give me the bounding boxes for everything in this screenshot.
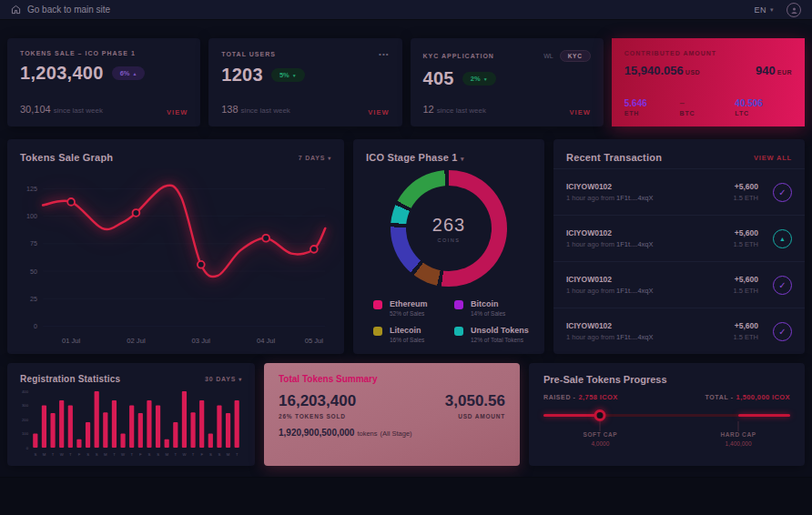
svg-text:S: S — [148, 452, 151, 457]
delta-note: since last week — [241, 106, 290, 115]
usd-amount: 15,940.056 — [624, 64, 684, 77]
registration-bar-chart: 0100200300400SMTWTFSSMTWTFSSMTWTFSSMT — [7, 386, 255, 459]
slider-handle[interactable] — [594, 409, 606, 421]
card-tokens-sale: TOKENS SALE – ICO PHASE 1 1,203,400 6%▲ … — [7, 38, 200, 126]
legend-bitcoin: Bitcoin14% of Sales — [454, 299, 530, 317]
ltc-amount: 40.506 LTC — [735, 98, 790, 116]
svg-text:M: M — [227, 452, 230, 457]
svg-text:400: 400 — [22, 389, 29, 394]
tokens-sale-line-chart: 025507510012501 Jul02 Jul03 Jul04 Jul05 … — [7, 168, 344, 350]
status-arrow-up-icon: ▲ — [773, 229, 792, 248]
tokens-sold-value: 16,203,400 — [279, 392, 356, 410]
ico-stage-donut-chart: 263 COINS — [391, 170, 507, 287]
svg-text:W: W — [182, 452, 187, 457]
status-check-icon: ✓ — [773, 183, 792, 202]
progress-slider[interactable] — [543, 409, 790, 421]
svg-text:S: S — [96, 452, 98, 457]
chevron-down-icon: ▾ — [239, 377, 242, 382]
svg-text:S: S — [209, 452, 212, 457]
range-dropdown[interactable]: 7 DAYS▾ — [299, 155, 331, 161]
card-total-users: TOTAL USERS ••• 1203 5%▼ 138since last w… — [208, 38, 401, 126]
svg-text:04 Jul: 04 Jul — [257, 337, 276, 345]
stat-cards-row: TOKENS SALE – ICO PHASE 1 1,203,400 6%▲ … — [7, 38, 805, 126]
menu-dots-icon[interactable]: ••• — [379, 50, 389, 58]
legend-ethereum: Ethereum52% of Sales — [373, 299, 449, 317]
wl-toggle[interactable]: WL — [543, 53, 553, 59]
svg-text:02 Jul: 02 Jul — [127, 337, 146, 345]
legend-unsold-tokens: Unsold Tokens12% of Total Tokens — [454, 326, 530, 343]
back-to-main-site-link[interactable]: Go back to main site — [11, 5, 110, 15]
tokens-sale-graph-panel: Tokens Sale Graph 7 DAYS▾ 02550751001250… — [7, 139, 344, 354]
svg-text:M: M — [43, 452, 46, 457]
view-all-button[interactable]: VIEW ALL — [754, 154, 792, 162]
panel-title: Tokens Sale Graph — [20, 152, 113, 163]
triangle-up-icon: ▲ — [133, 71, 137, 76]
trend-badge: 2%▼ — [462, 72, 496, 86]
transaction-row[interactable]: ICIYOW0102 1 hour ago from 1F1t....4xqX … — [553, 168, 805, 215]
language-selector[interactable]: EN ▾ — [754, 5, 774, 15]
svg-text:05 Jul: 05 Jul — [305, 337, 324, 345]
presale-progress-panel: Pre-Sale Tokens Progress RAISED -2,758 I… — [529, 363, 805, 466]
chevron-down-icon: ▾ — [328, 156, 331, 161]
svg-text:03 Jul: 03 Jul — [192, 337, 211, 345]
delta-value: 12 — [423, 104, 434, 115]
trend-badge: 6%▲ — [112, 66, 146, 80]
range-dropdown[interactable]: 30 DAYS▾ — [205, 376, 242, 382]
card-title: KYC APPLICATION — [423, 53, 494, 59]
hard-cap-tick — [738, 421, 739, 431]
svg-text:M: M — [165, 452, 168, 457]
panel-title: Registration Statistics — [20, 374, 120, 384]
recent-transaction-panel: Recent Transaction VIEW ALL ICIYOW0102 1… — [553, 139, 805, 354]
svg-text:0: 0 — [26, 446, 29, 450]
svg-text:300: 300 — [22, 403, 29, 408]
triangle-down-icon: ▼ — [292, 73, 297, 78]
status-check-icon: ✓ — [773, 276, 792, 295]
soft-cap-tick — [600, 421, 601, 431]
total-tokens-summary-card: Total Tokens Summary 16,203,400 26% TOKE… — [264, 363, 520, 466]
svg-text:S: S — [157, 452, 159, 457]
panel-title[interactable]: ICO Stage Phase 1 ▾ — [366, 152, 464, 163]
svg-text:100: 100 — [22, 431, 29, 436]
svg-text:F: F — [78, 452, 81, 457]
card-title: TOTAL USERS — [221, 51, 276, 57]
svg-text:125: 125 — [26, 186, 37, 193]
svg-text:W: W — [121, 452, 126, 457]
legend-litecoin: Litecoin16% of Sales — [373, 326, 449, 343]
svg-text:T: T — [69, 452, 72, 457]
legend-swatch — [373, 327, 382, 336]
panel-title: Recent Transaction — [566, 152, 662, 163]
slider-fill-hard — [738, 414, 790, 417]
svg-text:T: T — [113, 452, 116, 457]
svg-text:0: 0 — [34, 323, 37, 330]
chevron-down-icon: ▾ — [461, 156, 464, 162]
kyc-value: 405 — [423, 68, 454, 89]
raised-amount: RAISED -2,758 ICOX — [543, 393, 618, 401]
card-contributed-amount: CONTRIBUTED AMOUNT 15,940.056USD 940EUR … — [612, 38, 805, 126]
kyc-toggle[interactable]: KYC — [560, 50, 591, 62]
svg-text:T: T — [236, 452, 239, 457]
user-avatar[interactable] — [787, 3, 801, 17]
tokens-sale-value: 1,203,400 — [20, 63, 104, 84]
transaction-row[interactable]: ICIYOW0102 1 hour ago from 1F1t....4xqX … — [553, 261, 805, 308]
chevron-down-icon: ▾ — [770, 6, 774, 14]
svg-text:W: W — [60, 452, 65, 457]
status-check-icon: ✓ — [773, 322, 792, 341]
svg-text:M: M — [104, 452, 107, 457]
view-button[interactable]: VIEW — [368, 108, 389, 116]
total-users-value: 1203 — [221, 65, 263, 86]
eth-amount: 5.646 ETH — [624, 98, 680, 116]
transaction-row[interactable]: ICIYOW0102 1 hour ago from 1F1t....4xqX … — [553, 215, 805, 261]
topbar: Go back to main site EN ▾ — [0, 0, 812, 20]
transaction-row[interactable]: ICIYOW0102 1 hour ago from 1F1t....4xqX … — [553, 308, 805, 354]
view-button[interactable]: VIEW — [167, 108, 188, 116]
legend-swatch — [373, 300, 382, 309]
svg-text:100: 100 — [26, 213, 37, 220]
slider-fill-raised — [543, 414, 600, 417]
card-kyc-application: KYC APPLICATION WL KYC 405 2%▼ 12since l… — [411, 38, 604, 126]
triangle-down-icon: ▼ — [483, 76, 488, 82]
view-button[interactable]: VIEW — [570, 108, 591, 116]
svg-text:T: T — [52, 452, 55, 457]
ico-stage-panel: ICO Stage Phase 1 ▾ 263 COINS Ethereum52… — [353, 139, 544, 354]
delta-note: since last week — [437, 106, 486, 115]
svg-text:25: 25 — [30, 296, 37, 303]
